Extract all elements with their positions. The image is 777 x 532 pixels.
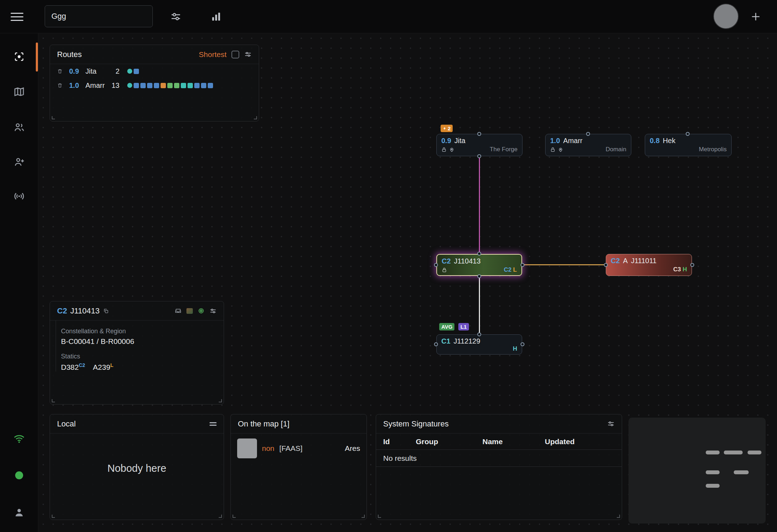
corp-ticker: [FAAS] — [279, 444, 302, 453]
map-node-jita[interactable]: 0.9 Jita The Forge — [436, 134, 522, 156]
column-header-updated[interactable]: Updated — [545, 437, 622, 446]
jump-count: 2 — [107, 67, 121, 75]
node-handle[interactable] — [686, 132, 690, 136]
connection-j110413-j111011[interactable] — [522, 264, 606, 265]
resize-handle[interactable] — [219, 399, 222, 402]
route-jump-swatches — [127, 83, 254, 88]
lock-icon — [442, 267, 447, 273]
route-row[interactable]: 0.9 Jita 2 — [50, 64, 259, 78]
node-handle[interactable] — [477, 132, 481, 136]
resize-handle[interactable] — [617, 515, 620, 518]
pilot-name: non — [262, 444, 274, 453]
wh-class: C2 — [57, 306, 67, 316]
map-node-j112129[interactable]: C1 J112129 H — [436, 334, 522, 355]
panel-title: Local — [57, 419, 76, 429]
sliders-icon[interactable] — [209, 307, 217, 315]
local-header[interactable]: Local — [50, 414, 224, 434]
column-header-id[interactable]: Id — [383, 437, 416, 446]
wh-tag: A — [623, 257, 628, 265]
on-the-map-header[interactable]: On the map [1] — [231, 414, 367, 434]
wh-class: C2 — [611, 257, 620, 265]
sliders-icon[interactable] — [607, 420, 615, 428]
connection-j110413-j112129[interactable] — [479, 276, 480, 334]
resize-handle[interactable] — [254, 116, 257, 119]
column-header-name[interactable]: Name — [482, 437, 545, 446]
route-row[interactable]: 1.0 Amarr 13 — [50, 78, 259, 92]
static-entry: A239L — [93, 362, 113, 372]
map-node-amarr[interactable]: 1.0 Amarr Domain — [545, 134, 631, 156]
static-entry: D382C2 — [61, 362, 85, 372]
menu-icon[interactable] — [11, 13, 23, 21]
destination-name: Jita — [85, 67, 107, 75]
route-mode-checkbox[interactable] — [231, 51, 239, 58]
trash-icon[interactable] — [57, 68, 69, 74]
skeleton-bar — [724, 451, 743, 454]
jump-count: 13 — [107, 81, 121, 90]
add-icon[interactable] — [749, 10, 763, 24]
map-node-hek[interactable]: 0.8 Hek Metropolis — [645, 134, 732, 156]
region-value: B-C00041 / B-R00006 — [61, 337, 218, 346]
node-handle[interactable] — [477, 252, 481, 256]
target-icon[interactable] — [198, 307, 205, 314]
system-name: J112129 — [454, 337, 480, 345]
column-header-group[interactable]: Group — [416, 437, 482, 446]
map-icon[interactable] — [13, 85, 26, 98]
connection-jita-j110413[interactable] — [479, 156, 480, 254]
resize-handle[interactable] — [233, 515, 236, 518]
route-mode-label[interactable]: Shortest — [199, 50, 227, 59]
system-name: Jita — [454, 137, 465, 145]
list-icon[interactable] — [209, 421, 217, 427]
routes-header[interactable]: Routes Shortest — [50, 45, 259, 64]
broadcast-icon[interactable] — [13, 190, 26, 203]
person-add-icon[interactable] — [13, 155, 26, 168]
node-handle[interactable] — [521, 343, 525, 346]
signatures-header[interactable]: System Signatures — [376, 414, 622, 434]
map-node-j111011[interactable]: C2 A J111011 C3 H — [606, 254, 692, 276]
resize-handle[interactable] — [362, 515, 365, 518]
system-image-icon[interactable] — [186, 308, 193, 314]
node-handle[interactable] — [434, 343, 438, 346]
security-status: 1.0 — [550, 137, 560, 145]
node-handle[interactable] — [477, 333, 481, 336]
people-icon[interactable] — [13, 121, 26, 134]
static-info: C2 L — [504, 266, 517, 273]
node-handle[interactable] — [477, 154, 481, 158]
region-label: Constellation & Region — [61, 328, 218, 335]
map-name-input[interactable] — [45, 5, 153, 27]
person-icon[interactable] — [13, 506, 26, 519]
wifi-icon — [13, 432, 26, 445]
trash-icon[interactable] — [57, 83, 69, 88]
active-indicator — [36, 43, 38, 72]
region-name: Domain — [605, 146, 626, 153]
resize-handle[interactable] — [52, 116, 55, 119]
sliders-icon[interactable] — [244, 51, 252, 58]
filter-icon[interactable] — [169, 10, 183, 24]
system-signatures-panel: System Signatures Id Group Name Updated … — [376, 414, 622, 520]
resize-handle[interactable] — [52, 515, 55, 518]
map-pin-icon — [558, 147, 563, 152]
node-handle[interactable] — [521, 263, 525, 267]
avatar[interactable] — [713, 4, 739, 29]
node-handle[interactable] — [586, 132, 590, 136]
bolt-icon — [443, 126, 447, 130]
focus-icon[interactable] — [13, 50, 26, 63]
copy-icon[interactable] — [103, 308, 109, 314]
node-handle[interactable] — [434, 263, 438, 267]
system-name: J110413 — [454, 257, 481, 265]
node-handle[interactable] — [604, 263, 608, 267]
panel-title: On the map [1] — [238, 419, 290, 429]
node-handle[interactable] — [691, 263, 694, 267]
lock-icon — [550, 147, 555, 152]
skeleton-bar — [706, 451, 720, 454]
resize-handle[interactable] — [219, 515, 222, 518]
system-info-header[interactable]: C2 J110413 — [50, 301, 224, 321]
resize-handle[interactable] — [378, 515, 381, 518]
signatures-empty-text: No results — [376, 450, 622, 467]
tray-icon[interactable] — [175, 307, 181, 314]
node-handle[interactable] — [477, 275, 481, 278]
pilot-row[interactable]: non [FAAS] Ares — [231, 434, 367, 463]
stats-icon[interactable] — [209, 10, 223, 24]
static-info: C3 H — [673, 266, 687, 273]
resize-handle[interactable] — [52, 399, 55, 402]
map-node-j110413[interactable]: C2 J110413 C2 L — [436, 254, 522, 276]
